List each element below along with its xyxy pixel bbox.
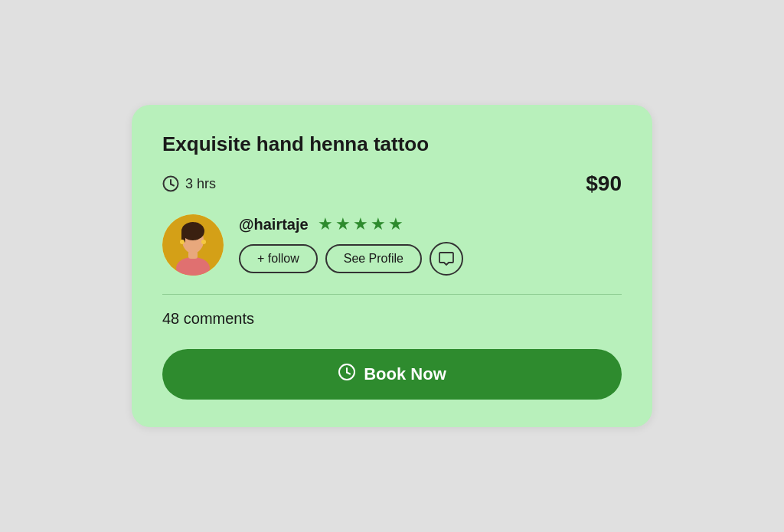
- profile-handle: @hairtaje: [239, 216, 309, 233]
- star-3: ★: [353, 214, 368, 234]
- duration-text: 3 hrs: [185, 176, 216, 192]
- avatar: [162, 214, 224, 276]
- svg-rect-8: [188, 251, 198, 259]
- price-text: $90: [586, 171, 622, 196]
- book-clock-icon: [338, 363, 356, 386]
- message-button[interactable]: [430, 242, 463, 276]
- comments-count: 48 comments: [162, 310, 622, 328]
- profile-info: @hairtaje ★ ★ ★ ★ ★ + follow See Profile: [239, 214, 463, 276]
- svg-point-9: [180, 240, 185, 244]
- svg-line-13: [347, 373, 350, 374]
- profile-name-stars: @hairtaje ★ ★ ★ ★ ★: [239, 214, 463, 234]
- service-card: Exquisite hand henna tattoo 3 hrs $90: [132, 105, 652, 427]
- clock-icon: [162, 175, 179, 192]
- message-icon: [439, 252, 454, 266]
- star-5: ★: [388, 214, 403, 234]
- profile-row: @hairtaje ★ ★ ★ ★ ★ + follow See Profile: [162, 214, 622, 276]
- svg-line-2: [171, 184, 174, 186]
- meta-row: 3 hrs $90: [162, 171, 622, 196]
- star-4: ★: [371, 214, 386, 234]
- divider: [162, 294, 622, 295]
- follow-button[interactable]: + follow: [239, 244, 318, 273]
- book-now-label: Book Now: [364, 364, 446, 384]
- svg-point-10: [201, 240, 206, 244]
- card-title: Exquisite hand henna tattoo: [162, 132, 622, 156]
- star-2: ★: [335, 214, 351, 234]
- see-profile-button[interactable]: See Profile: [325, 244, 422, 273]
- star-1: ★: [318, 214, 333, 234]
- star-rating: ★ ★ ★ ★ ★: [318, 214, 403, 234]
- duration-info: 3 hrs: [162, 175, 216, 192]
- action-buttons: + follow See Profile: [239, 242, 463, 276]
- book-now-button[interactable]: Book Now: [162, 349, 622, 400]
